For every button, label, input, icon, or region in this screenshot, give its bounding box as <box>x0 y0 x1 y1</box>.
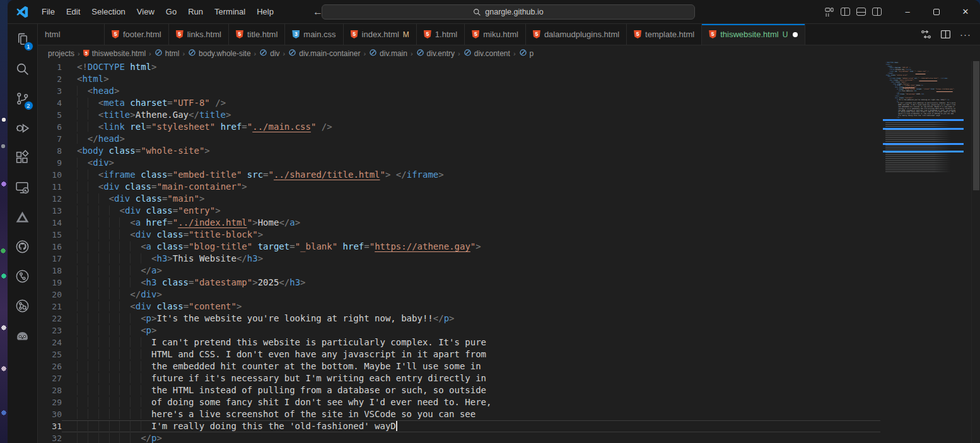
code-line: 19 <h3 class="datestamp">2025</h3> <box>38 277 880 289</box>
chevron-right-icon: › <box>513 50 516 57</box>
search-icon <box>473 8 481 16</box>
html-file-icon: 5 <box>472 30 479 38</box>
activity-item-source-control[interactable]: 2 <box>9 86 37 113</box>
line-number: 20 <box>38 289 62 301</box>
tab-html[interactable]: html <box>38 24 105 45</box>
tab-miku-html[interactable]: 5miku.html <box>465 24 526 45</box>
menu-run[interactable]: Run <box>183 4 208 19</box>
menu-edit[interactable]: Edit <box>61 4 85 19</box>
line-number: 9 <box>38 157 62 169</box>
chevron-right-icon: › <box>363 50 366 57</box>
minimap-link-highlight <box>883 151 964 152</box>
code-line: 14 <a href="../index.html">Home</a> <box>38 217 880 229</box>
line-number: 6 <box>38 121 62 133</box>
menu-file[interactable]: File <box>37 4 60 19</box>
css-file-icon: 3 <box>292 30 300 38</box>
line-number: 27 <box>38 372 62 384</box>
tab-1-html[interactable]: 51.html <box>417 24 465 45</box>
code-line: 6 <link rel="stylesheet" href="../main.c… <box>38 121 880 133</box>
tab-dalamudplugins-html[interactable]: 5dalamudplugins.html <box>526 24 627 45</box>
line-number: 14 <box>38 217 62 229</box>
tab-label: template.html <box>645 30 694 39</box>
line-number: 16 <box>38 241 62 253</box>
run-debug-icon <box>15 120 30 139</box>
activity-item-remote-explorer[interactable] <box>9 175 37 202</box>
breadcrumb-item-html[interactable]: html <box>155 49 180 59</box>
breadcrumb-item-p[interactable]: p <box>519 49 534 59</box>
activity-item-godot-tools[interactable] <box>9 323 37 350</box>
menu-go[interactable]: Go <box>161 4 182 19</box>
open-changes-icon[interactable] <box>921 29 931 40</box>
command-center-search[interactable]: gnargle.github.io <box>322 4 695 20</box>
chevron-right-icon: › <box>182 50 185 57</box>
more-actions-button[interactable]: ··· <box>960 29 971 40</box>
activity-item-search[interactable] <box>9 56 37 84</box>
breadcrumb-label: div.main <box>380 49 407 58</box>
activity-item-extensions[interactable] <box>9 145 37 173</box>
breadcrumb-item-div[interactable]: div <box>259 49 279 59</box>
tab-label: 1.html <box>435 30 457 39</box>
scrollbar-thumb[interactable] <box>973 61 979 190</box>
command-center-text: gnargle.github.io <box>485 8 543 16</box>
line-number: 11 <box>38 181 62 193</box>
split-editor-icon[interactable] <box>940 29 951 40</box>
html-file-icon: 5 <box>709 30 716 38</box>
symbol-icon <box>188 49 196 59</box>
toggle-secondary-sidebar-button[interactable] <box>872 8 882 16</box>
code-line: 4 <meta charset="UTF-8" /> <box>38 97 880 109</box>
symbol-icon <box>288 49 296 59</box>
tab-label: main.css <box>303 30 335 39</box>
tab-label: links.html <box>187 30 221 39</box>
breadcrumb-item-div-main-container[interactable]: div.main-container <box>288 49 360 59</box>
minimize-button[interactable]: – <box>893 0 922 23</box>
code-line: 32 </p> <box>38 432 880 443</box>
activity-item-github[interactable] <box>9 234 37 262</box>
tab-footer-html[interactable]: 5footer.html <box>105 24 169 45</box>
activity-item-gitlens[interactable] <box>9 263 37 291</box>
menu-terminal[interactable]: Terminal <box>209 4 250 19</box>
chevron-right-icon: › <box>283 50 286 57</box>
line-number: 29 <box>38 396 62 408</box>
tab-main-css[interactable]: 3main.css <box>285 24 343 45</box>
customize-layout-button[interactable] <box>824 8 834 16</box>
tab-index-html[interactable]: 5index.htmlM <box>344 24 417 45</box>
breadcrumb-item-div-content[interactable]: div.content <box>464 49 510 59</box>
maximize-button[interactable] <box>922 0 951 23</box>
search-icon <box>15 61 30 79</box>
symbol-icon <box>155 49 163 59</box>
menu-help[interactable]: Help <box>252 4 279 19</box>
breadcrumb-label: div.content <box>474 49 510 58</box>
activity-item-git-graph[interactable] <box>9 293 37 321</box>
close-button[interactable]: ✕ <box>951 0 980 23</box>
line-number: 18 <box>38 265 62 277</box>
menu-selection[interactable]: Selection <box>86 4 130 19</box>
line-number: 28 <box>38 384 62 396</box>
code-line: 9 <div> <box>38 157 880 169</box>
chevron-right-icon: › <box>458 50 460 57</box>
breadcrumb-item-div-main[interactable]: div.main <box>369 49 407 59</box>
code-editor[interactable]: 1<!DOCTYPE html>2<html>3 <head>4 <meta c… <box>38 61 880 443</box>
breadcrumb-item-div-entry[interactable]: div.entry <box>416 49 455 59</box>
line-number: 30 <box>38 408 62 420</box>
minimap[interactable]: <!DOCTYPE html><html> <head> <meta chars… <box>880 61 971 443</box>
vertical-scrollbar[interactable] <box>971 61 980 443</box>
remote-explorer-icon <box>15 180 30 198</box>
tab-links-html[interactable]: 5links.html <box>169 24 229 45</box>
breadcrumb-item-projects[interactable]: projects <box>48 49 74 58</box>
activity-item-extension-triangle[interactable] <box>9 204 37 232</box>
unsaved-dot-icon[interactable] <box>793 32 798 37</box>
menu-view[interactable]: View <box>132 4 160 19</box>
tab-template-html[interactable]: 5template.html <box>627 24 702 45</box>
toggle-panel-button[interactable] <box>856 8 866 16</box>
breadcrumb-item-thiswebsite-html[interactable]: 5thiswebsite.html <box>83 49 146 58</box>
breadcrumb-item-body-whole-site[interactable]: body.whole-site <box>188 49 251 59</box>
chevron-right-icon: › <box>78 50 80 57</box>
line-number: 12 <box>38 193 62 205</box>
tab-title-html[interactable]: 5title.html <box>229 24 285 45</box>
breadcrumb-label: div.main-container <box>299 49 360 58</box>
toggle-primary-sidebar-button[interactable] <box>841 8 850 16</box>
activity-item-explorer[interactable]: 1 <box>9 26 37 54</box>
activity-item-run-debug[interactable] <box>9 115 37 143</box>
tab-thiswebsite-html[interactable]: 5thiswebsite.htmlU <box>702 24 805 45</box>
html-file-icon: 5 <box>533 30 540 38</box>
